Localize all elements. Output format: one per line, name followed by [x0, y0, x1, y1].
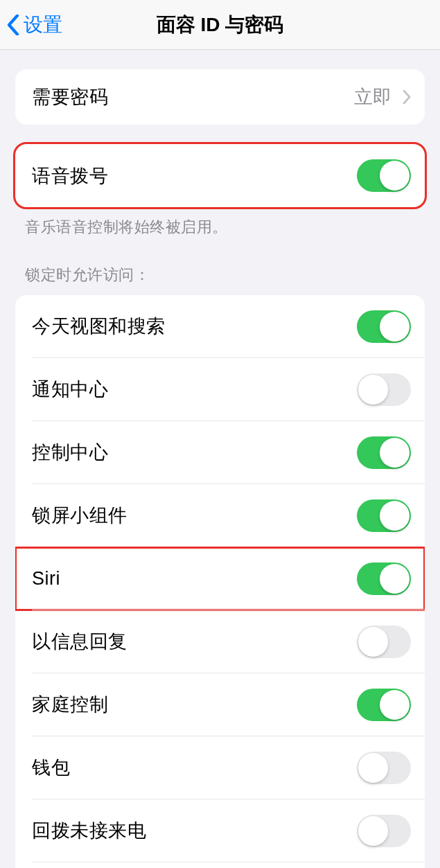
- page-title: 面容 ID 与密码: [157, 12, 284, 38]
- lock-item-label: 家庭控制: [32, 692, 108, 717]
- lock-access-group: 今天视图和搜索通知中心控制中心锁屏小组件Siri以信息回复家庭控制钱包回拨未接来…: [15, 295, 425, 868]
- lock-item-row: 锁屏小组件: [15, 484, 425, 547]
- lock-item-toggle[interactable]: [357, 499, 411, 532]
- lock-item-toggle[interactable]: [357, 373, 411, 406]
- lock-item-row: USB 配件: [15, 862, 425, 868]
- voice-dial-group: 语音拨号: [15, 144, 425, 207]
- lock-item-label: Siri: [32, 568, 60, 590]
- lock-item-toggle[interactable]: [357, 626, 411, 658]
- lock-item-toggle[interactable]: [357, 815, 411, 847]
- require-passcode-label: 需要密码: [32, 85, 108, 109]
- voice-dial-footer: 音乐语音控制将始终被启用。: [25, 217, 419, 238]
- lock-item-toggle[interactable]: [357, 563, 411, 595]
- back-label: 设置: [24, 12, 62, 38]
- lock-item-label: 控制中心: [32, 440, 108, 465]
- chevron-right-icon: [403, 90, 411, 104]
- lock-item-toggle[interactable]: [357, 689, 411, 721]
- lock-item-label: 钱包: [32, 755, 70, 780]
- lock-section-header: 锁定时允许访问：: [25, 265, 419, 285]
- lock-item-row: 家庭控制: [15, 673, 425, 736]
- lock-item-toggle[interactable]: [357, 310, 411, 343]
- lock-item-row: 回拨未接来电: [15, 799, 425, 862]
- voice-dial-row: 语音拨号: [15, 144, 425, 207]
- lock-item-label: 今天视图和搜索: [32, 314, 166, 339]
- lock-item-row: Siri: [15, 547, 425, 610]
- lock-item-row: 控制中心: [15, 421, 425, 484]
- passcode-group: 需要密码 立即: [15, 69, 425, 125]
- voice-dial-label: 语音拨号: [32, 163, 108, 188]
- lock-item-row: 钱包: [15, 736, 425, 799]
- lock-item-label: 通知中心: [32, 377, 108, 402]
- lock-item-label: 锁屏小组件: [32, 503, 127, 528]
- lock-item-label: 以信息回复: [32, 629, 127, 654]
- voice-dial-toggle[interactable]: [357, 159, 411, 192]
- require-passcode-row[interactable]: 需要密码 立即: [15, 69, 425, 125]
- lock-item-toggle[interactable]: [357, 752, 411, 784]
- chevron-left-icon: [7, 15, 19, 35]
- lock-item-toggle[interactable]: [357, 436, 411, 469]
- back-button[interactable]: 设置: [7, 12, 62, 38]
- lock-item-row: 今天视图和搜索: [15, 295, 425, 358]
- lock-item-row: 以信息回复: [15, 610, 425, 673]
- header-bar: 设置 面容 ID 与密码: [0, 0, 440, 50]
- require-passcode-value: 立即: [354, 85, 411, 109]
- lock-item-label: 回拨未接来电: [32, 818, 146, 843]
- lock-item-row: 通知中心: [15, 358, 425, 421]
